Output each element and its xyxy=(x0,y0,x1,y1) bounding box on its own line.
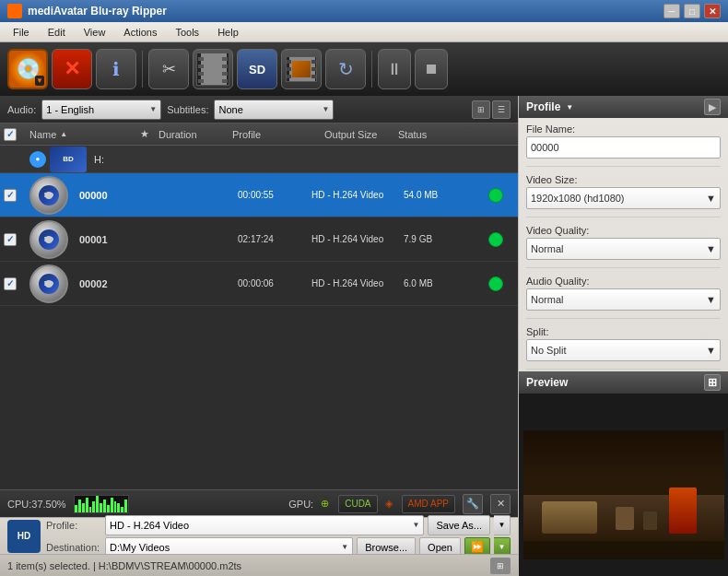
open-disc-button[interactable]: 💿 ▼ xyxy=(7,49,48,89)
dest-field-label: Destination: xyxy=(46,542,101,553)
cpu-bar xyxy=(89,507,92,512)
videosize-arrow: ▼ xyxy=(706,193,716,204)
menu-edit[interactable]: Edit xyxy=(39,25,75,40)
db-button[interactable]: ⊞ xyxy=(490,558,511,574)
split-value: No Split xyxy=(531,345,567,356)
row-checkbox-2[interactable] xyxy=(4,277,17,290)
row-check-0 xyxy=(4,189,29,202)
divider-1 xyxy=(526,166,721,167)
menu-file[interactable]: File xyxy=(4,25,39,40)
scissors-icon: ✂ xyxy=(162,59,176,79)
profile-section: Profile: HD - H.264 Video ▼ Save As... ▼… xyxy=(46,515,511,558)
stop-button[interactable]: ⏹ xyxy=(415,49,448,89)
cpu-status-bar: CPU:37.50% xyxy=(0,489,518,517)
cuda-button[interactable]: CUDA xyxy=(338,495,377,513)
file-status-2 xyxy=(477,276,514,291)
profile-field-label: Profile: xyxy=(46,520,101,531)
file-name-2: 00002 xyxy=(79,278,238,289)
table-row[interactable]: BD 00002 00:00:06 HD - H.264 Video 6.0 M… xyxy=(0,262,518,306)
cpu-bar xyxy=(117,503,120,512)
info-button[interactable]: ℹ xyxy=(96,49,136,89)
profile-select[interactable]: HD - H.264 Video ▼ xyxy=(105,515,424,535)
minimize-button[interactable]: ─ xyxy=(663,4,680,18)
row-checkbox-1[interactable] xyxy=(4,233,17,246)
audio-value: 1 - English xyxy=(46,104,147,115)
header-profile[interactable]: Profile xyxy=(232,129,324,140)
menu-tools[interactable]: Tools xyxy=(166,25,208,40)
titlebar: mediAvatar Blu-ray Ripper ─ □ ✕ xyxy=(0,0,728,22)
close-gpu-button[interactable]: ✕ xyxy=(490,494,511,514)
av-bar: Audio: 1 - English ▼ Subtitles: None ▼ ⊞… xyxy=(0,96,518,123)
filename-input[interactable] xyxy=(526,136,721,159)
header-name[interactable]: Name ▲ xyxy=(29,129,140,140)
cpu-bar xyxy=(121,507,123,512)
x-icon: ✕ xyxy=(64,57,80,81)
cpu-bar xyxy=(124,500,127,512)
videosize-section: Video Size: 1920x1080 (hd1080) ▼ xyxy=(519,169,728,215)
select-all-checkbox[interactable] xyxy=(4,128,17,141)
file-name-0: 00000 xyxy=(79,190,238,201)
videosize-value: 1920x1080 (hd1080) xyxy=(531,193,625,204)
menu-help[interactable]: Help xyxy=(208,25,248,40)
videosize-select[interactable]: 1920x1080 (hd1080) ▼ xyxy=(526,187,721,209)
saveas-dropdown-button[interactable]: ▼ xyxy=(494,515,511,535)
amd-button[interactable]: AMD APP xyxy=(402,495,455,513)
cpu-bar xyxy=(82,503,85,512)
audio-label: Audio: xyxy=(7,104,36,115)
divider-4 xyxy=(526,318,721,319)
saveas-button[interactable]: Save As... xyxy=(428,515,490,535)
list-view-button[interactable]: ⊞ xyxy=(472,100,490,119)
disc-thumbnail-0: BD xyxy=(29,176,74,215)
preview-expand-button[interactable]: ⊞ xyxy=(704,374,721,391)
file-profile-2: HD - H.264 Video xyxy=(311,278,404,288)
subtitles-dropdown-arrow: ▼ xyxy=(323,105,330,113)
menu-actions[interactable]: Actions xyxy=(114,25,166,40)
header-duration[interactable]: Duration xyxy=(159,129,232,140)
videoquality-value: Normal xyxy=(531,243,563,254)
audioquality-section: Audio Quality: Normal ▼ xyxy=(519,270,728,316)
header-star: ★ xyxy=(140,128,159,140)
cpu-bar xyxy=(92,501,95,512)
menubar: File Edit View Actions Tools Help xyxy=(0,22,728,42)
clear-button[interactable]: ✕ xyxy=(52,49,92,89)
row-checkbox-0[interactable] xyxy=(4,189,17,202)
settings-button[interactable]: 🔧 xyxy=(463,494,483,514)
film-button[interactable] xyxy=(281,49,322,89)
profile-header-arrow: ▼ xyxy=(566,103,573,112)
maximize-button[interactable]: □ xyxy=(684,4,700,18)
status-indicator-0 xyxy=(488,188,503,203)
subtitles-label: Subtitles: xyxy=(167,104,208,115)
drive-row[interactable]: ● BD H: xyxy=(0,146,518,173)
audio-select[interactable]: 1 - English ▼ xyxy=(41,100,161,120)
file-name-1: 00001 xyxy=(79,234,238,245)
close-button[interactable]: ✕ xyxy=(704,4,721,18)
sd-icon: SD xyxy=(249,63,265,76)
film-edit-button[interactable] xyxy=(193,49,233,89)
audioquality-select[interactable]: Normal ▼ xyxy=(526,288,721,311)
menu-view[interactable]: View xyxy=(75,25,115,40)
videoquality-select[interactable]: Normal ▼ xyxy=(526,238,721,260)
cut-button[interactable]: ✂ xyxy=(148,49,189,89)
hd-convert-button[interactable]: SD xyxy=(237,49,277,89)
table-row[interactable]: BD 00000 00:00:55 HD - H.264 Video 54.0 … xyxy=(0,173,518,217)
audio-dropdown-arrow: ▼ xyxy=(149,105,157,113)
pause-button[interactable]: ⏸ xyxy=(378,49,411,89)
preview-header: Preview ⊞ xyxy=(519,371,728,394)
detail-view-button[interactable]: ☰ xyxy=(492,100,511,119)
cpu-bar xyxy=(100,503,102,512)
nvidia-icon: ⊕ xyxy=(321,498,329,510)
drive-icon: ● xyxy=(29,151,46,168)
titlebar-controls: ─ □ ✕ xyxy=(663,4,721,18)
pause-icon: ⏸ xyxy=(386,60,403,79)
profile-expand-button[interactable]: ▶ xyxy=(704,99,721,115)
cpu-bar xyxy=(96,496,99,512)
audioquality-label: Audio Quality: xyxy=(526,276,721,287)
header-status[interactable]: Status xyxy=(398,129,453,140)
table-row[interactable]: BD 00001 02:17:24 HD - H.264 Video 7.9 G… xyxy=(0,217,518,262)
split-select[interactable]: No Split ▼ xyxy=(526,339,721,361)
videoquality-section: Video Quality: Normal ▼ xyxy=(519,219,728,265)
rotate-icon: ↻ xyxy=(338,58,354,80)
subtitles-select[interactable]: None ▼ xyxy=(214,100,334,120)
header-output-size[interactable]: Output Size xyxy=(324,129,398,140)
rotate-button[interactable]: ↻ xyxy=(325,49,366,89)
